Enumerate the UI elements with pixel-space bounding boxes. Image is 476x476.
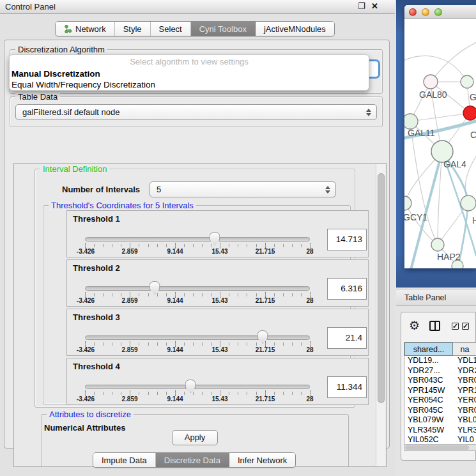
cell[interactable]: YBL079W <box>404 415 453 426</box>
threshold-1-slider[interactable] <box>85 237 310 242</box>
settings-vertical-scrollbar[interactable] <box>376 164 385 467</box>
scrollbar-thumb[interactable] <box>405 445 469 450</box>
close-traffic-light-icon[interactable] <box>409 8 417 16</box>
cell[interactable]: YDR2 <box>453 366 476 376</box>
network-graph: GAL80 GAL11 GAL4 GCY1 HAP2 GA C H <box>404 19 476 268</box>
threshold-2-value-field[interactable]: 6.316 <box>327 278 367 300</box>
node-partial-right[interactable] <box>461 196 476 211</box>
node-hap2[interactable] <box>431 238 444 251</box>
tab-network-label: Network <box>75 24 106 34</box>
table-data-group-title: Table Data <box>15 92 60 102</box>
float-icon[interactable]: ❐ <box>358 1 365 11</box>
tick-label: 9.144 <box>167 248 183 255</box>
algorithm-option-manual[interactable]: Manual Discretization <box>12 69 100 79</box>
cell[interactable]: YDR27... <box>404 366 453 376</box>
threshold-4-slider[interactable] <box>85 385 310 389</box>
table-horizontal-scrollbar[interactable] <box>404 444 476 451</box>
tick-label: 15.43 <box>211 346 227 353</box>
tick-label: 2.859 <box>121 297 137 304</box>
node-gal11[interactable] <box>404 114 418 129</box>
tick-label: 21.715 <box>256 395 275 403</box>
node-table: shared... na YDL19... YDL1 YDR27... YDR2… <box>404 342 476 445</box>
column-header-name[interactable]: na <box>453 342 476 356</box>
network-window-titlebar[interactable] <box>404 5 476 19</box>
cell[interactable]: YBR045C <box>404 406 453 416</box>
gear-icon[interactable]: ⚙ <box>409 318 420 333</box>
cell[interactable]: YLR3 <box>453 426 476 436</box>
checkbox-icon[interactable]: ✓ <box>462 323 469 330</box>
tab-discretize-data[interactable]: Discretize Data <box>156 453 229 467</box>
table-data-value: galFiltered.sif default node <box>22 107 119 117</box>
tab-impute-data-label: Impute Data <box>102 456 147 465</box>
cell[interactable]: YBR0 <box>453 406 476 416</box>
table-row[interactable]: YBR045C YBR0 <box>404 406 476 416</box>
table-data-combobox[interactable]: galFiltered.sif default node <box>15 104 377 120</box>
tick-label: -3.426 <box>77 248 95 255</box>
network-canvas[interactable]: GAL80 GAL11 GAL4 GCY1 HAP2 GA C H <box>404 19 476 268</box>
minimize-traffic-light-icon[interactable] <box>422 8 429 16</box>
apply-button[interactable]: Apply <box>172 430 218 445</box>
cell[interactable]: YPR145W <box>404 386 453 396</box>
cell[interactable]: YDL1 <box>453 356 476 366</box>
tab-select[interactable]: Select <box>151 22 191 36</box>
tab-network[interactable]: Network <box>56 22 115 36</box>
tab-jactivemnodules-label: jActiveMNodules <box>264 24 326 34</box>
table-row[interactable]: YBR043C YBR0 <box>404 376 476 386</box>
threshold-3-slider[interactable] <box>85 335 310 340</box>
scrollbar-thumb[interactable] <box>378 173 385 403</box>
cell[interactable]: YDL19... <box>404 356 453 366</box>
tab-style[interactable]: Style <box>115 22 151 36</box>
tick-label: 28 <box>306 346 313 353</box>
threshold-4-value-field[interactable]: 11.344 <box>327 376 367 398</box>
close-icon[interactable]: ✕ <box>371 1 378 11</box>
threshold-3-value-field[interactable]: 21.4 <box>327 327 367 349</box>
tab-infer-network[interactable]: Infer Network <box>229 453 295 467</box>
node-partial-top-right[interactable] <box>461 75 473 88</box>
tick-label: 21.715 <box>256 297 275 304</box>
algorithm-option-equal-width[interactable]: Equal Width/Frequency Discretization <box>12 80 155 89</box>
tab-infer-network-label: Infer Network <box>238 456 287 465</box>
threshold-2-label: Threshold 2 <box>73 263 120 273</box>
threshold-4-label: Threshold 4 <box>73 362 120 371</box>
num-intervals-combobox[interactable]: 5 <box>150 181 336 197</box>
table-row[interactable]: YLR345W YLR3 <box>404 426 476 436</box>
column-header-shared-name[interactable]: shared... <box>404 342 453 356</box>
checkbox-icon[interactable]: ✓ <box>452 323 459 330</box>
table-header-row: shared... na <box>404 342 476 356</box>
tab-cyni-toolbox-label: Cyni Toolbox <box>199 24 247 34</box>
tab-impute-data[interactable]: Impute Data <box>93 453 156 467</box>
tab-jactivemnodules[interactable]: jActiveMNodules <box>256 22 334 36</box>
cell[interactable]: YBR0 <box>453 376 476 386</box>
tab-select-label: Select <box>159 24 182 34</box>
tick-label: 15.43 <box>211 297 227 304</box>
table-panel-title: Table Panel <box>404 293 446 302</box>
cell[interactable]: YLR345W <box>404 426 453 436</box>
cell[interactable]: YER0 <box>453 395 476 406</box>
table-row[interactable]: YDR27... YDR2 <box>404 366 476 376</box>
tick-label: -3.426 <box>77 297 95 304</box>
node-label: H <box>472 215 476 226</box>
node-gcy1[interactable] <box>404 196 411 210</box>
node-gal80[interactable] <box>424 75 438 89</box>
node-red-selected[interactable] <box>463 106 476 120</box>
cell[interactable]: YPR1 <box>453 386 476 396</box>
cell[interactable]: YER054C <box>404 395 453 406</box>
cell[interactable]: YBR043C <box>404 376 453 386</box>
zoom-traffic-light-icon[interactable] <box>434 8 442 16</box>
table-row[interactable]: YBL079W YBL0 <box>404 415 476 426</box>
table-row[interactable]: YER054C YER0 <box>404 395 476 406</box>
table-row[interactable]: YPR145W YPR1 <box>404 386 476 396</box>
numerical-attributes-label: Numerical Attributes <box>44 423 125 433</box>
cyni-toolbox-content: Discretization Algorithm Select algorith… <box>4 40 390 449</box>
columns-icon[interactable] <box>429 321 440 331</box>
threshold-1-value-field[interactable]: 14.713 <box>327 229 367 250</box>
num-intervals-label: Number of Intervals <box>62 185 140 194</box>
root: Control Panel ❐ ✕ Network Style Select <box>0 0 476 476</box>
cell[interactable]: YBL0 <box>453 415 476 426</box>
tab-cyni-toolbox[interactable]: Cyni Toolbox <box>191 22 256 36</box>
node-label: C <box>470 130 476 140</box>
threshold-2-slider[interactable] <box>85 286 310 291</box>
table-row[interactable]: YDL19... YDL1 <box>404 356 476 366</box>
threshold-4-panel: Threshold 4 -3.426 2.859 9.144 15.43 21.… <box>66 358 369 405</box>
algorithm-dropdown-popup: Select algorithm to view settings Manual… <box>9 54 369 91</box>
